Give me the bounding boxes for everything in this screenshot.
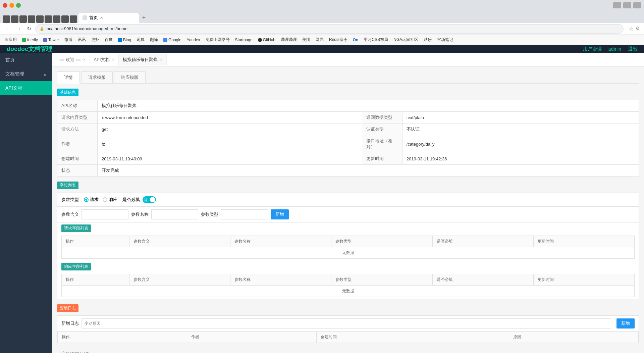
api-path-label: 接口地址（相对）	[362, 135, 402, 153]
bookmark-translate[interactable]: 翻译	[148, 36, 160, 43]
bookmark-tieba[interactable]: 贴乐	[422, 36, 434, 43]
bookmark-google[interactable]: Google	[161, 37, 183, 43]
request-no-data: 无数据	[62, 247, 635, 259]
bookmark-tower[interactable]: Tower	[41, 37, 61, 43]
bookmark-bing[interactable]: Bing	[116, 37, 133, 43]
bookmark-xunxun[interactable]: 讯讯	[76, 36, 88, 43]
col-resp-type: 参数类型	[331, 274, 432, 286]
bookmark-netease[interactable]: 网易	[314, 36, 326, 43]
radio-request-dot	[84, 197, 89, 202]
bookmark-feedly[interactable]: feedly	[20, 37, 40, 43]
browser-tab-close[interactable]: ✕	[100, 16, 103, 20]
page-tab-welcome[interactable]: == 欢迎 == ✕	[55, 54, 90, 65]
sub-tab-request-template[interactable]: 请求模版	[81, 71, 113, 83]
request-table-section: 请求字段列表 操作 参数含义 参数名称 参数类型 是否必填	[57, 222, 639, 261]
log-reason-input[interactable]	[82, 318, 611, 329]
bookmark-apps[interactable]: ⊞ 应用	[3, 36, 19, 43]
bookmark-vpn[interactable]: 免费上网络号	[204, 36, 232, 43]
page-tab-api-docs[interactable]: API文档 ✕	[90, 54, 119, 65]
param-type-input[interactable]	[221, 209, 268, 219]
table-row: 状态 开发完成	[57, 165, 639, 176]
page-tab-mohu[interactable]: 模拟触乐每日聚焦 ✕	[119, 54, 167, 65]
current-user-label: admin	[608, 46, 621, 52]
toggle-knob	[150, 197, 155, 202]
url-lock-icon: 🔒	[40, 27, 44, 31]
basic-info-section: 基础信息 API名称 模拟触乐每日聚焦 请求内容类型 x-www-form-ur…	[57, 89, 639, 176]
bookmark-on[interactable]: On	[351, 37, 361, 43]
log-col-author: 作者	[187, 332, 316, 343]
request-method-label: 请求方法	[57, 123, 98, 135]
page-tab-api-docs-close[interactable]: ✕	[112, 58, 114, 61]
log-section: 变动日志 新增日志 新增 操作 作者 创建	[57, 304, 639, 343]
required-toggle-switch[interactable]: 是	[143, 196, 156, 203]
bookmark-yandex[interactable]: Yandex	[185, 37, 202, 43]
sidebar-item-doc-management[interactable]: 文档管理 ▲	[0, 67, 52, 81]
response-data-type-value: text/plain	[402, 112, 639, 123]
updated-time-label: 更新时间	[362, 153, 402, 165]
logout-btn[interactable]: 退出	[628, 46, 637, 52]
status-value: 开发完成	[98, 165, 639, 176]
col-operation: 操作	[62, 236, 129, 247]
bookmark-nga[interactable]: NGA玩家社区	[391, 36, 420, 43]
col-required: 是否必填	[432, 236, 533, 247]
bookmark-notes[interactable]: 官场笔记	[435, 36, 455, 43]
response-fields-table: 操作 参数含义 参数名称 参数类型 是否必填 更新时间	[61, 274, 635, 297]
bookmarks-bar: ⊞ 应用 feedly Tower 微博 讯讯 虎扑 百度 Bing 词典 翻译…	[0, 35, 644, 45]
basic-info-header: 基础信息	[57, 89, 78, 96]
nav-refresh-btn[interactable]: ↻	[25, 25, 33, 33]
page-tab-mohu-close[interactable]: ✕	[160, 58, 162, 61]
radio-request[interactable]: 请求	[84, 197, 99, 203]
sidebar-item-home[interactable]: 首页	[0, 53, 52, 67]
col-type: 参数类型	[331, 236, 432, 247]
log-add-row: 新增日志 新增	[57, 316, 639, 331]
bookmark-redis[interactable]: Redis命令	[327, 36, 350, 43]
nav-back-btn[interactable]: ←	[4, 25, 12, 33]
log-col-reason: 原因	[509, 332, 639, 343]
param-name-input[interactable]	[151, 209, 198, 219]
bookmark-baidu[interactable]: 百度	[103, 36, 115, 43]
col-meaning: 参数含义	[129, 236, 230, 247]
nav-forward-btn[interactable]: →	[15, 25, 23, 33]
bookmark-dict[interactable]: 词典	[135, 36, 147, 43]
browser-titlebar	[0, 0, 644, 11]
api-path-value: /category/daily	[402, 135, 639, 153]
table-row: API名称 模拟触乐每日聚焦	[57, 100, 639, 112]
request-fields-header: 请求字段列表	[61, 224, 91, 232]
request-content-type-value: x-www-form-urlencoded	[98, 112, 362, 123]
page-tab-welcome-label: == 欢迎 ==	[59, 57, 81, 63]
bookmark-github[interactable]: GitHub	[256, 37, 277, 43]
response-data-type-label: 返回数据类型	[362, 112, 402, 123]
radio-response[interactable]: 响应	[103, 197, 117, 203]
col-resp-required: 是否必填	[432, 274, 533, 286]
sub-tabs: 详情 请求模版 响应模版	[57, 71, 639, 84]
url-text: localhost:9981/docdoc/manage/html/home	[46, 26, 127, 31]
sub-tab-detail[interactable]: 详情	[57, 71, 80, 84]
sidebar-doc-management-label: 文档管理	[5, 71, 24, 77]
url-bar[interactable]: 🔒 localhost:9981/docdoc/manage/html/home	[35, 24, 624, 34]
browser-new-tab-btn[interactable]: +	[139, 13, 149, 23]
bookmark-csslayout[interactable]: 学习CSS布局	[362, 36, 390, 43]
required-toggle-label: 是否必填	[122, 197, 140, 203]
param-type-label: 参数类型	[61, 197, 79, 203]
bookmark-startpage[interactable]: Startpage	[233, 37, 255, 43]
bookmark-bilibili[interactable]: 哔哩哔哩	[279, 36, 299, 43]
add-field-btn[interactable]: 新增	[271, 209, 289, 219]
log-add-btn[interactable]: 新增	[616, 318, 635, 329]
required-toggle-group: 是否必填 是	[122, 196, 156, 203]
bookmark-weibo[interactable]: 微博	[62, 36, 74, 43]
meaning-input[interactable]	[82, 209, 128, 219]
author-value: fz	[98, 135, 362, 153]
sub-tab-response-template[interactable]: 响应模版	[114, 71, 146, 83]
author-label: 作者	[57, 135, 98, 153]
browser-tab-home[interactable]: 首页 ✕	[78, 13, 139, 23]
page-tab-welcome-close[interactable]: ✕	[83, 58, 86, 61]
browser-tab-title: 首页	[89, 15, 98, 21]
user-management-link[interactable]: 用户管理	[583, 46, 602, 52]
bookmark-hupu[interactable]: 虎扑	[89, 36, 101, 43]
updated-time-value: 2019-03-11 19:42:36	[402, 153, 639, 165]
add-field-row: 参数含义 参数名称 参数类型 新增	[57, 207, 639, 222]
sidebar-item-api-docs[interactable]: API文档	[0, 81, 52, 95]
bookmark-star-icon[interactable]: ☆	[629, 26, 634, 32]
bookmark-meituan[interactable]: 美团	[300, 36, 312, 43]
basic-info-table: API名称 模拟触乐每日聚焦 请求内容类型 x-www-form-urlenco…	[57, 100, 639, 176]
